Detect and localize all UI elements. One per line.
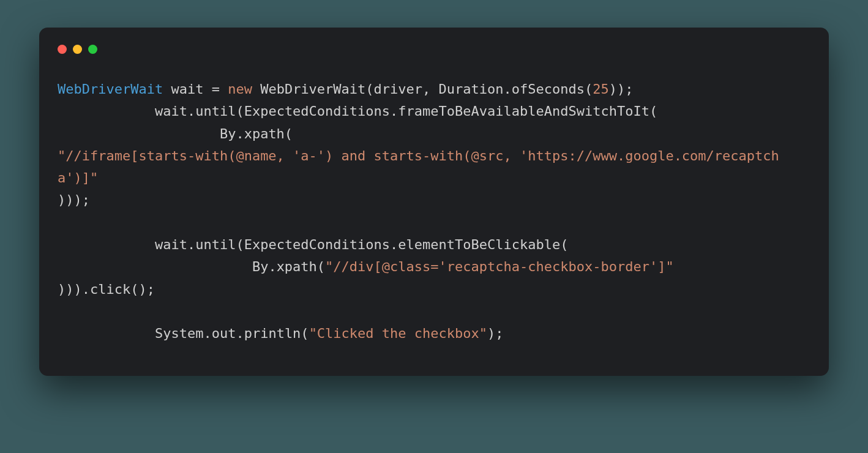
close-icon[interactable] (58, 45, 67, 54)
code-token: WebDriverWait(driver, Duration.ofSeconds… (252, 81, 593, 97)
code-token: "Clicked the checkbox" (309, 326, 487, 341)
code-block: WebDriverWait wait = new WebDriverWait(d… (58, 78, 810, 345)
code-token: new (228, 81, 252, 97)
code-token: 25 (593, 81, 609, 97)
code-token: ); (487, 326, 504, 341)
code-token: WebDriverWait (58, 81, 163, 97)
code-token: "//iframe[starts-with(@name, 'a-') and s… (58, 148, 779, 185)
maximize-icon[interactable] (88, 45, 97, 54)
code-window: WebDriverWait wait = new WebDriverWait(d… (39, 28, 829, 376)
code-token: "//div[@class='recaptcha-checkbox-border… (325, 259, 674, 274)
minimize-icon[interactable] (73, 45, 82, 54)
window-titlebar (58, 45, 810, 54)
code-token: wait = (163, 81, 228, 97)
code-token: ))).click(); System.out.println( (58, 282, 309, 342)
